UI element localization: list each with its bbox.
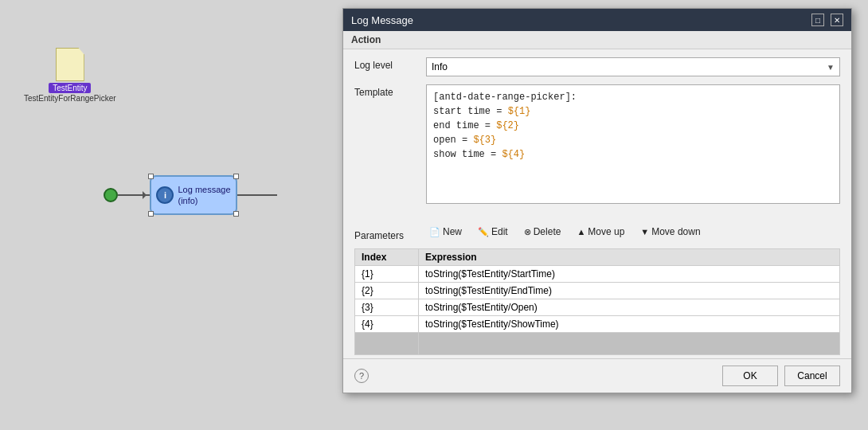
move-down-icon: ▼ [640, 227, 649, 236]
handle-tl[interactable] [148, 174, 154, 179]
action-section-label: Action [343, 31, 851, 49]
move-down-button[interactable]: ▼ Move down [637, 225, 703, 239]
delete-button[interactable]: ⊗ Delete [521, 225, 565, 239]
canvas-area: TestEntity TestEntityForRangePicker i Lo… [0, 0, 868, 430]
row-expression: toString($TestEntity/StartTime) [419, 266, 840, 283]
log-node-text: Log message (info) [178, 184, 230, 207]
entity-label: TestEntity [49, 83, 91, 93]
row-index: {2} [355, 283, 419, 299]
row-index: {4} [355, 316, 419, 333]
maximize-button[interactable]: □ [811, 14, 824, 26]
col-expression-header: Expression [419, 249, 840, 266]
row-index: {3} [355, 299, 419, 316]
handle-bl[interactable] [148, 211, 154, 217]
params-table: Index Expression {1}toString($TestEntity… [354, 248, 840, 355]
edit-icon: ✏️ [478, 227, 489, 237]
log-node-icon: i [156, 186, 174, 204]
table-row[interactable]: {3}toString($TestEntity/Open) [355, 299, 840, 316]
table-row-empty [355, 333, 840, 355]
handle-tr[interactable] [233, 174, 239, 179]
help-icon[interactable]: ? [354, 369, 369, 383]
close-button[interactable]: ✕ [831, 14, 843, 26]
new-button[interactable]: 📄 New [426, 225, 465, 239]
dialog-footer: ? OK Cancel [343, 358, 851, 393]
template-control: [antd-date-range-picker]: start time = $… [426, 84, 840, 204]
flow-area: i Log message (info) [104, 175, 277, 215]
template-textarea[interactable]: [antd-date-range-picker]: start time = $… [426, 84, 840, 204]
connector-arrow [118, 194, 150, 196]
dialog-title: Log Message [351, 14, 413, 26]
edit-button[interactable]: ✏️ Edit [475, 225, 511, 239]
start-circle [104, 188, 118, 202]
cancel-button[interactable]: Cancel [784, 366, 840, 386]
row-expression: toString($TestEntity/ShowTime) [419, 316, 840, 333]
new-icon: 📄 [429, 227, 440, 237]
row-expression: toString($TestEntity/EndTime) [419, 283, 840, 299]
log-level-dropdown[interactable]: Info ▼ [426, 57, 840, 76]
dialog-body: Action Log level Info ▼ Template [343, 31, 851, 393]
move-up-icon: ▲ [577, 227, 585, 236]
log-message-dialog: Log Message □ ✕ Action Log level Info ▼ [342, 8, 852, 393]
entity-sublabel: TestEntityForRangePicker [24, 94, 116, 103]
row-expression: toString($TestEntity/Open) [419, 299, 840, 316]
dialog-titlebar: Log Message □ ✕ [343, 9, 851, 31]
table-row[interactable]: {1}toString($TestEntity/StartTime) [355, 266, 840, 283]
parameters-label: Parameters [354, 228, 426, 241]
params-toolbar: 📄 New ✏️ Edit ⊗ Delete ▲ [426, 225, 704, 239]
handle-br[interactable] [233, 211, 239, 217]
log-message-node[interactable]: i Log message (info) [150, 175, 237, 215]
col-index-header: Index [355, 249, 419, 266]
delete-icon: ⊗ [524, 227, 531, 237]
titlebar-controls: □ ✕ [811, 14, 843, 26]
template-label: Template [354, 84, 426, 98]
row-index: {1} [355, 266, 419, 283]
parameters-row: Parameters 📄 New ✏️ Edit ⊗ Delete [354, 225, 840, 244]
log-level-row: Log level Info ▼ [354, 57, 840, 76]
footer-buttons: OK Cancel [722, 366, 840, 386]
entity-icon [56, 48, 84, 81]
log-level-control: Info ▼ [426, 57, 840, 76]
dropdown-arrow-icon: ▼ [827, 63, 835, 72]
log-level-label: Log level [354, 57, 426, 71]
table-row[interactable]: {4}toString($TestEntity/ShowTime) [355, 316, 840, 333]
log-level-value: Info [432, 61, 448, 72]
entity-node[interactable]: TestEntity TestEntityForRangePicker [24, 48, 116, 103]
move-up-button[interactable]: ▲ Move up [573, 225, 628, 239]
dialog-form: Log level Info ▼ Template [antd-date-ran… [343, 49, 851, 220]
ok-button[interactable]: OK [722, 366, 778, 386]
table-row[interactable]: {2}toString($TestEntity/EndTime) [355, 283, 840, 299]
parameters-section: Parameters 📄 New ✏️ Edit ⊗ Delete [343, 220, 851, 358]
exit-arrow [237, 194, 277, 196]
template-row: Template [antd-date-range-picker]: start… [354, 84, 840, 204]
